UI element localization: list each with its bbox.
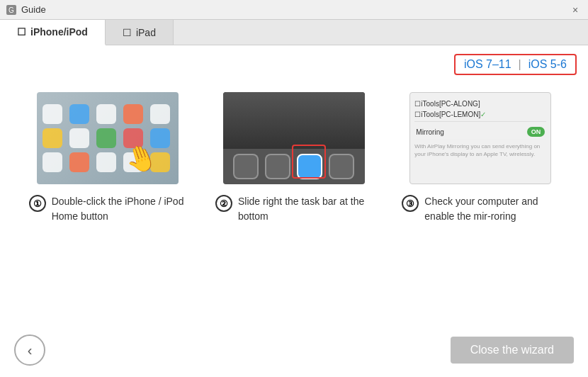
step-1: 🤚 ① Double-click the iPhone / iPod Home …: [26, 92, 189, 224]
monitor-icon: ☐: [414, 100, 421, 108]
app-icon-8: [96, 128, 116, 148]
app-icon-5: [150, 104, 170, 124]
taskbar-screen: [223, 92, 365, 149]
step-1-label: ① Double-click the iPhone / iPod Home bu…: [26, 194, 189, 224]
mirroring-label: Mirroring: [416, 128, 443, 136]
window-title: Guide: [21, 4, 46, 15]
taskbar-app-2: [265, 154, 290, 179]
app-icon-7: [69, 128, 89, 148]
step-1-text: Double-click the iPhone / iPod Home butt…: [52, 194, 186, 224]
step-1-number: ①: [29, 195, 46, 212]
ipad-tab-icon: ☐: [123, 27, 132, 38]
mirror-header: ☐ iTools[PC-ALONG] ☐ iTools[PC-LEMON] ✓: [414, 97, 546, 122]
close-wizard-button[interactable]: Close the wizard: [451, 337, 574, 364]
check-icon: ✓: [480, 111, 486, 118]
app-icon-13: [96, 152, 116, 172]
iphone-tab-label: iPhone/iPod: [30, 26, 88, 38]
svg-text:G: G: [9, 6, 14, 14]
app-icon-3: [96, 104, 116, 124]
monitor-icon-2: ☐: [414, 111, 421, 118]
step-3-number: ③: [402, 195, 419, 212]
main-content: iOS 7–11 | iOS 5-6: [0, 45, 588, 377]
window-close-button[interactable]: ×: [568, 3, 582, 17]
step-3-label: ③ Check your computer and enable the mir…: [399, 194, 562, 224]
steps-container: 🤚 ① Double-click the iPhone / iPod Home …: [14, 92, 574, 224]
ios-version-selector[interactable]: iOS 7–11 | iOS 5-6: [454, 54, 577, 75]
app-icon-1: [43, 104, 62, 124]
ios-version-active[interactable]: iOS 7–11: [464, 58, 511, 71]
toggle-on[interactable]: ON: [527, 127, 545, 137]
step-2-label: ② Slide right the task bar at the bottom: [213, 194, 375, 224]
iphone-tab-icon: ☐: [17, 26, 26, 38]
tab-bar: ☐ iPhone/iPod ☐ iPad: [0, 20, 588, 45]
taskbar-app-3: [329, 154, 354, 179]
step-3-image: ☐ iTools[PC-ALONG] ☐ iTools[PC-LEMON] ✓ …: [409, 92, 551, 184]
step-2-number: ②: [215, 195, 232, 212]
title-bar-left: G Guide: [6, 4, 46, 16]
step-2: ② Slide right the task bar at the bottom: [213, 92, 375, 224]
back-arrow-icon: ‹: [28, 342, 33, 359]
pc-item-1: ☐ iTools[PC-ALONG]: [414, 99, 546, 109]
ios-version-separator: |: [519, 58, 521, 71]
app-icon-11: [43, 152, 62, 172]
app-icon-2: [69, 104, 89, 124]
ipad-tab-label: iPad: [136, 27, 156, 38]
step-2-text: Slide right the task bar at the bottom: [238, 194, 373, 224]
taskbar-highlight-box: [292, 145, 326, 179]
taskbar-app-1: [233, 154, 259, 179]
ios-version-inactive[interactable]: iOS 5-6: [528, 58, 567, 71]
bottom-bar: ‹ Close the wizard: [0, 334, 588, 366]
step-1-image: 🤚: [37, 92, 179, 184]
title-bar: G Guide ×: [0, 0, 588, 20]
tab-ipad[interactable]: ☐ iPad: [106, 20, 174, 45]
app-icon-4: [123, 104, 143, 124]
back-button[interactable]: ‹: [14, 334, 45, 366]
app-icon-6: [43, 128, 62, 148]
mirror-row: Mirroring ON: [414, 125, 546, 140]
mirror-description: With AirPlay Mirroring you can send ever…: [414, 142, 546, 158]
step-3-text: Check your computer and enable the mir-r…: [424, 194, 559, 224]
app-icon-12: [69, 152, 89, 172]
tab-iphone[interactable]: ☐ iPhone/iPod: [0, 20, 106, 45]
step-3: ☐ iTools[PC-ALONG] ☐ iTools[PC-LEMON] ✓ …: [399, 92, 562, 224]
pc-item-2: ☐ iTools[PC-LEMON] ✓: [414, 109, 546, 120]
app-icon: G: [6, 4, 17, 16]
step-2-image: [223, 92, 365, 184]
